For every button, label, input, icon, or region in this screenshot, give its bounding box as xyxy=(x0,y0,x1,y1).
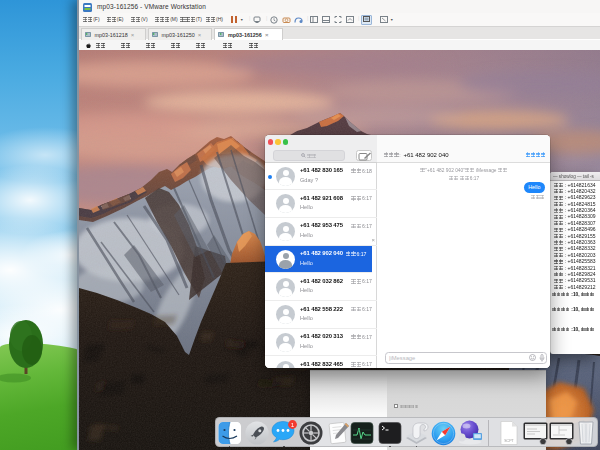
svg-text:1: 1 xyxy=(290,420,294,427)
svg-text:SCPT: SCPT xyxy=(504,439,514,443)
